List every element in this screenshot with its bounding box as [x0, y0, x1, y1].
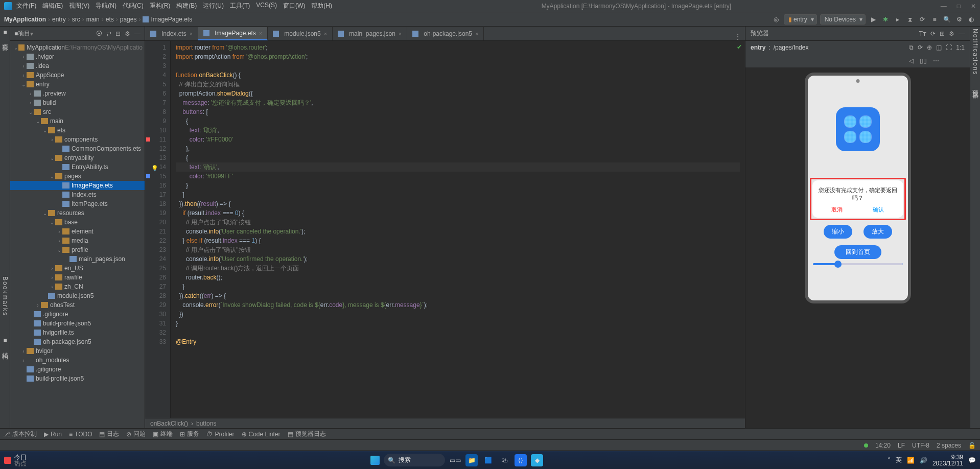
slider[interactable]: [813, 263, 903, 265]
tree-node[interactable]: ›AppScope: [10, 71, 145, 80]
menu-item[interactable]: 窗口(W): [283, 2, 305, 10]
tree-node[interactable]: ›element: [10, 227, 145, 236]
font-icon[interactable]: Tᴛ: [919, 30, 926, 37]
tree-node[interactable]: CommonComponents.ets: [10, 144, 145, 153]
slider-thumb[interactable]: [834, 261, 842, 268]
home-button[interactable]: 回到首页: [834, 245, 881, 259]
bottom-panel-item[interactable]: ▣ 终端: [153, 430, 173, 438]
structure-tab[interactable]: ■ 结构: [1, 337, 9, 349]
zoom-in-button[interactable]: 放大: [864, 225, 892, 239]
tree-node[interactable]: ›.preview: [10, 89, 145, 98]
menu-item[interactable]: 重构(R): [150, 2, 171, 10]
tree-node[interactable]: build-profile.json5: [10, 319, 145, 328]
tray-chevron-icon[interactable]: ˄: [888, 457, 891, 464]
widget-today[interactable]: 今日: [14, 454, 27, 460]
tree-node[interactable]: ImagePage.ets: [10, 181, 145, 190]
bottom-panel-item[interactable]: ⊕ Code Linter: [242, 431, 281, 438]
edge-icon[interactable]: 🟦: [482, 454, 494, 466]
bottom-panel-item[interactable]: ▶ Run: [44, 431, 62, 438]
tabs-menu-icon[interactable]: ⋮: [731, 33, 745, 40]
breadcrumb-item[interactable]: main: [86, 16, 100, 23]
bottom-panel-item[interactable]: ⊘ 问题: [126, 430, 146, 438]
deveco-icon[interactable]: ◆: [531, 454, 543, 466]
debug-icon[interactable]: ✱: [881, 15, 890, 24]
editor-tab[interactable]: ImagePage.ets×: [198, 27, 268, 40]
search-icon[interactable]: 🔍: [942, 15, 951, 24]
tree-node[interactable]: ⌄MyApplication E:\HarmonyOS\MyApplicatio: [10, 43, 145, 52]
tree-node[interactable]: EntryAbility.ts: [10, 162, 145, 172]
store-icon[interactable]: 🛍: [498, 454, 510, 466]
tree-node[interactable]: oh-package.json5: [10, 337, 145, 346]
rotate-icon[interactable]: ⟳: [918, 44, 923, 51]
expand-icon[interactable]: ⇄: [106, 30, 111, 37]
more-icon[interactable]: ⋯: [933, 57, 939, 64]
dialog-cancel-button[interactable]: 取消: [831, 206, 843, 214]
tree-node[interactable]: hvigorfile.ts: [10, 328, 145, 337]
tree-node[interactable]: ›oh_modules: [10, 356, 145, 365]
maximize-icon[interactable]: □: [957, 3, 961, 10]
readonly-icon[interactable]: 🔓: [968, 442, 976, 449]
tree-node[interactable]: ⌄base: [10, 218, 145, 227]
menu-item[interactable]: VCS(S): [256, 2, 277, 10]
wifi-icon[interactable]: 📶: [907, 457, 915, 464]
tree-node[interactable]: ›.idea: [10, 61, 145, 71]
run-icon[interactable]: ▶: [869, 15, 878, 24]
dialog-ok-button[interactable]: 确认: [873, 206, 884, 214]
collapse-icon[interactable]: ⊟: [115, 30, 121, 37]
bottom-panel-item[interactable]: ▤ 日志: [99, 430, 119, 438]
status-lf[interactable]: LF: [898, 442, 905, 449]
back-icon[interactable]: ◁: [909, 57, 914, 64]
screens-icon[interactable]: ⧉: [909, 44, 914, 51]
grid-icon[interactable]: ⊞: [940, 30, 945, 37]
tree-node[interactable]: ›ohosTest: [10, 300, 145, 310]
tab-close-icon[interactable]: ×: [324, 31, 327, 37]
inspector-tab[interactable]: 预览器: [971, 85, 979, 88]
bottom-panel-item[interactable]: ⊞ 服务: [180, 430, 199, 438]
bottom-panel-item[interactable]: ⎇ 版本控制: [3, 430, 37, 438]
bookmarks-tab[interactable]: Bookmarks: [2, 276, 9, 316]
ime-indicator[interactable]: 英: [896, 456, 902, 464]
run-config-dropdown[interactable]: ▮ entry: [784, 14, 817, 25]
editor-tab[interactable]: module.json5×: [268, 27, 333, 40]
tree-node[interactable]: ⌄pages: [10, 172, 145, 181]
tree-node[interactable]: main_pages.json: [10, 254, 145, 264]
tab-close-icon[interactable]: ×: [259, 30, 262, 36]
tree-node[interactable]: .gitignore: [10, 365, 145, 374]
tree-node[interactable]: module.json5: [10, 291, 145, 300]
breadcrumb-item[interactable]: src: [72, 16, 80, 23]
tree-node[interactable]: ›en_US: [10, 264, 145, 273]
tree-node[interactable]: ItemPage.ets: [10, 199, 145, 208]
widget-hotspot[interactable]: 热点: [14, 460, 27, 466]
tree-node[interactable]: ›build: [10, 98, 145, 107]
tree-node[interactable]: ›zh_CN: [10, 282, 145, 291]
breadcrumb-item[interactable]: buttons: [196, 420, 216, 427]
vscode-icon[interactable]: ⟨⟩: [515, 454, 527, 466]
attach-icon[interactable]: ⟳: [918, 15, 927, 24]
menu-item[interactable]: 代码(C): [123, 2, 144, 10]
breadcrumb-item[interactable]: pages: [120, 16, 137, 23]
tree-node[interactable]: build-profile.json5: [10, 374, 145, 383]
tree-node[interactable]: ⌄src: [10, 107, 145, 116]
minimize-icon[interactable]: —: [941, 3, 947, 10]
task-view-icon[interactable]: ▭▭: [449, 454, 461, 466]
breadcrumb-item[interactable]: ImagePage.ets: [143, 16, 192, 23]
gear-icon[interactable]: ⚙: [125, 30, 130, 37]
pinned-app-icon[interactable]: [4, 457, 11, 464]
project-tab[interactable]: ■ 项目: [1, 29, 9, 41]
tree-node[interactable]: ›components: [10, 135, 145, 144]
menu-item[interactable]: 文件(F): [16, 2, 36, 10]
tree-node[interactable]: ⌄entry: [10, 80, 145, 89]
volume-icon[interactable]: 🔊: [920, 457, 927, 464]
stop-icon[interactable]: ■: [930, 15, 939, 24]
bottom-panel-item[interactable]: ▤ 预览器日志: [288, 430, 326, 438]
tree-node[interactable]: ›rawfile: [10, 273, 145, 282]
refresh-icon[interactable]: ⟳: [930, 30, 936, 37]
tree-node[interactable]: ›.hvigor: [10, 52, 145, 61]
tab-close-icon[interactable]: ×: [399, 31, 402, 37]
menu-item[interactable]: 视图(V): [69, 2, 89, 10]
tab-close-icon[interactable]: ×: [190, 31, 193, 37]
status-encoding[interactable]: UTF-8: [912, 442, 929, 449]
code-content[interactable]: import router from '@ohos.router';import…: [171, 41, 745, 418]
hide-icon[interactable]: —: [134, 30, 141, 37]
ratio-label[interactable]: 1:1: [956, 44, 965, 51]
